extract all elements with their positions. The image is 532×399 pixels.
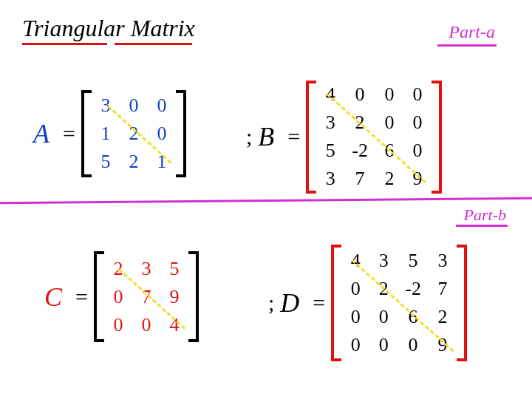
cell: 9	[168, 286, 181, 308]
cell: -2	[352, 140, 368, 162]
cell: 0	[127, 95, 140, 117]
part-a-underline	[437, 44, 497, 47]
matrix-b-name: B	[258, 121, 274, 152]
cell: 0	[349, 306, 362, 328]
matrix-a-block: A = 3 0 0 1 2 0 5 2 1	[33, 89, 186, 179]
bracket-right	[432, 81, 442, 194]
cell: 3	[99, 95, 112, 117]
cell: 0	[112, 286, 125, 308]
section-divider	[0, 197, 532, 204]
cell: 0	[155, 123, 168, 145]
cell: 0	[383, 112, 396, 134]
title-underline-1	[22, 43, 107, 45]
cell: -2	[405, 278, 421, 300]
cell: 5	[324, 140, 337, 162]
matrix-c-name: C	[44, 282, 62, 313]
cell: 5	[168, 258, 181, 280]
cell: 2	[112, 258, 125, 280]
matrix-a-grid: 3 0 0 1 2 0 5 2 1	[92, 89, 176, 179]
cell: 3	[324, 112, 337, 134]
bracket-right	[188, 251, 199, 342]
matrix-b-grid: 4 0 0 0 3 2 0 0 5 -2 6 0 3 7 2 9	[316, 78, 432, 196]
cell: 3	[436, 250, 449, 272]
cell: 0	[411, 112, 424, 134]
matrix-b-block: ; B = 4 0 0 0 3 2 0 0 5 -2 6 0 3 7 2 9	[240, 78, 442, 196]
cell: 0	[383, 83, 396, 106]
page-title: Triangular Matrix	[22, 15, 195, 42]
semicolon: ;	[268, 290, 274, 316]
matrix-d-block: ; D = 4 3 5 3 0 2 -2 7 0 0 6 2 0 0 0 9	[262, 244, 467, 362]
cell: 7	[352, 168, 368, 190]
cell: 0	[352, 83, 368, 106]
cell: 0	[377, 306, 390, 328]
cell: 0	[349, 278, 362, 300]
cell: 2	[127, 151, 140, 173]
diagonal-line	[326, 92, 426, 183]
bracket-left	[331, 245, 341, 361]
bracket-right	[457, 245, 467, 361]
semicolon: ;	[246, 124, 252, 149]
cell: 0	[155, 95, 168, 117]
matrix-d-name: D	[280, 287, 299, 318]
equals-sign: =	[313, 290, 325, 316]
cell: 1	[99, 123, 112, 145]
cell: 0	[140, 314, 153, 336]
cell: 5	[405, 250, 421, 272]
cell: 7	[436, 278, 449, 300]
part-b-underline	[456, 225, 508, 227]
cell: 5	[99, 151, 112, 173]
cell: 0	[349, 334, 362, 356]
cell: 3	[377, 250, 390, 272]
cell: 3	[324, 168, 337, 190]
bracket-right	[176, 90, 186, 177]
cell: 3	[140, 258, 153, 280]
cell: 0	[112, 314, 125, 336]
bracket-left	[81, 90, 92, 177]
cell: 2	[383, 168, 396, 190]
bracket-left	[306, 81, 316, 194]
title-underline-2	[115, 43, 192, 45]
cell: 0	[405, 334, 421, 356]
equals-sign: =	[75, 284, 88, 310]
matrix-d-grid: 4 3 5 3 0 2 -2 7 0 0 6 2 0 0 0 9	[341, 244, 457, 362]
bracket-left	[94, 251, 104, 342]
cell: 2	[436, 306, 449, 328]
matrix-c-block: C = 2 3 5 0 7 9 0 0 4	[44, 251, 199, 342]
matrix-a-name: A	[33, 118, 50, 149]
part-a-label: Part-a	[449, 22, 495, 42]
cell: 0	[411, 140, 424, 162]
equals-sign: =	[287, 124, 300, 149]
cell: 0	[377, 334, 390, 356]
cell: 0	[411, 83, 424, 106]
matrix-c-grid: 2 3 5 0 7 9 0 0 4	[104, 252, 188, 342]
part-b-label: Part-b	[464, 205, 506, 225]
equals-sign: =	[63, 121, 75, 146]
